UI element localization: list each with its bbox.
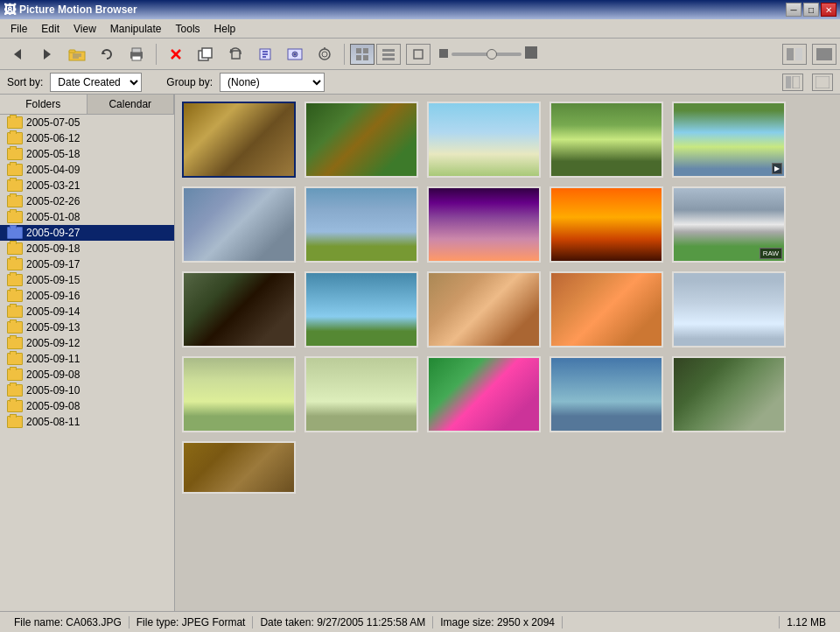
thumbnail-item[interactable] (182, 102, 296, 178)
thumbnail-item[interactable] (427, 102, 541, 178)
menu-help[interactable]: Help (207, 21, 243, 37)
thumbnail-item[interactable] (550, 102, 663, 178)
svg-rect-29 (356, 55, 361, 60)
thumbnail-row: ▶ (182, 102, 833, 178)
folder-item[interactable]: 2005-09-17 (0, 256, 174, 272)
thumbnail-item[interactable] (182, 271, 296, 348)
app-icon: 🖼 (4, 3, 16, 17)
thumbnail-area[interactable]: ▶ RAW (175, 95, 840, 611)
folder-item[interactable]: 2005-04-09 (0, 162, 174, 178)
menu-bar: File Edit View Manipulate Tools Help (0, 19, 840, 39)
svg-rect-32 (382, 53, 395, 56)
menu-file[interactable]: File (4, 21, 34, 37)
thumbnail-item[interactable] (304, 356, 418, 432)
svg-rect-10 (132, 56, 141, 60)
size-slider[interactable] (452, 53, 522, 56)
thumbnail-row (182, 441, 833, 494)
svg-marker-1 (44, 49, 51, 60)
svg-point-24 (319, 49, 330, 60)
folder-list[interactable]: 2005-07-05 2005-06-12 2005-05-18 2005-04… (0, 115, 174, 611)
folder-item[interactable]: 2005-09-16 (0, 288, 174, 304)
thumbnail-item[interactable] (182, 356, 296, 432)
forward-button[interactable] (33, 42, 61, 67)
folder-item[interactable]: 2005-07-05 (0, 115, 174, 130)
folder-item[interactable]: 2005-09-15 (0, 272, 174, 288)
menu-tools[interactable]: Tools (169, 21, 207, 37)
folder-item[interactable]: 2005-09-12 (0, 335, 174, 351)
menu-edit[interactable]: Edit (34, 21, 66, 37)
svg-rect-39 (816, 48, 832, 60)
folder-item[interactable]: 2005-09-11 (0, 351, 174, 367)
status-filetype: File type: JPEG Format (130, 616, 254, 628)
sort-bar: Sort by: Date Created File Name File Siz… (0, 70, 840, 95)
size-small-button[interactable] (406, 44, 430, 65)
panel-toggle-2[interactable] (812, 74, 833, 91)
export-button[interactable] (311, 42, 339, 67)
folder-item[interactable]: 2005-09-13 (0, 320, 174, 335)
thumbnail-row (182, 356, 833, 432)
view-list-button[interactable] (376, 44, 401, 65)
thumbnail-item[interactable] (304, 102, 418, 178)
folder-item[interactable]: 2005-06-12 (0, 130, 174, 146)
view-grid-button[interactable] (350, 44, 374, 65)
folder-item[interactable]: 2005-09-10 (0, 383, 174, 398)
folder-item[interactable]: 2005-09-18 (0, 241, 174, 256)
folder-item[interactable]: 2005-08-11 (0, 414, 174, 430)
folder-item[interactable]: 2005-09-14 (0, 304, 174, 320)
delete-button[interactable] (162, 42, 190, 67)
edit-button[interactable] (251, 42, 279, 67)
sidebar-tabs: Folders Calendar (0, 95, 174, 115)
folder-view-button[interactable] (63, 42, 91, 67)
folder-item[interactable]: 2005-01-08 (0, 209, 174, 225)
thumbnail-item[interactable] (304, 186, 418, 263)
svg-rect-3 (69, 50, 75, 53)
back-button[interactable] (4, 42, 32, 67)
svg-rect-38 (795, 48, 802, 60)
thumbnail-item[interactable] (427, 186, 541, 263)
sidebar-content: 2005-07-05 2005-06-12 2005-05-18 2005-04… (0, 115, 174, 611)
thumbnail-item[interactable]: RAW (672, 186, 786, 263)
folder-item[interactable]: 2005-03-21 (0, 178, 174, 193)
thumbnail-item[interactable] (427, 271, 541, 348)
svg-rect-42 (816, 76, 830, 88)
thumbnail-item[interactable] (672, 356, 786, 432)
rotate-left-button[interactable] (221, 42, 249, 67)
thumbnail-item[interactable] (550, 271, 663, 348)
sort-select[interactable]: Date Created File Name File Size Date Mo… (50, 73, 142, 92)
raw-badge: RAW (760, 248, 782, 259)
status-file-size: 1.12 MB (779, 616, 833, 628)
tab-calendar[interactable]: Calendar (88, 95, 175, 114)
maximize-button[interactable]: □ (803, 3, 819, 17)
refresh-button[interactable] (93, 42, 121, 67)
close-button[interactable]: ✕ (821, 3, 836, 17)
adjust-button[interactable] (281, 42, 309, 67)
thumbnail-item[interactable] (672, 271, 786, 348)
thumbnail-item[interactable] (304, 271, 418, 348)
print-button[interactable] (122, 42, 150, 67)
svg-rect-35 (439, 49, 448, 58)
thumbnail-item[interactable]: ▶ (672, 102, 786, 178)
copy-button[interactable] (192, 42, 220, 67)
group-select[interactable]: (None) Date Folder File Type (220, 73, 325, 92)
folder-item[interactable]: 2005-02-26 (0, 193, 174, 209)
folder-item[interactable]: 2005-09-08 (0, 398, 174, 414)
thumbnail-item[interactable] (550, 186, 663, 263)
svg-rect-34 (414, 50, 423, 59)
minimize-button[interactable]: ─ (786, 3, 802, 17)
main-content: Folders Calendar 2005-07-05 2005-06-12 2… (0, 95, 840, 611)
svg-rect-27 (356, 48, 361, 53)
thumbnail-item[interactable] (550, 356, 663, 432)
thumbnail-item[interactable] (182, 441, 296, 494)
thumbnail-item[interactable] (427, 356, 541, 432)
view-mode-button[interactable] (782, 44, 807, 65)
folder-item[interactable]: 2005-09-08 (0, 367, 174, 383)
fullscreen-button[interactable] (812, 44, 836, 65)
menu-manipulate[interactable]: Manipulate (103, 21, 169, 37)
folder-item-selected[interactable]: 2005-09-27 (0, 225, 174, 241)
panel-toggle-1[interactable] (782, 74, 803, 91)
sidebar: Folders Calendar 2005-07-05 2005-06-12 2… (0, 95, 175, 611)
thumbnail-item[interactable] (182, 186, 296, 263)
menu-view[interactable]: View (66, 21, 103, 37)
folder-item[interactable]: 2005-05-18 (0, 146, 174, 162)
tab-folders[interactable]: Folders (0, 95, 88, 114)
